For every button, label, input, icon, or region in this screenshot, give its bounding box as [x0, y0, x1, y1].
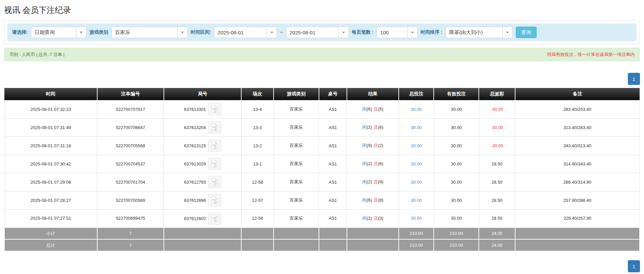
cell-payout: 28.50 — [479, 173, 515, 191]
date-range-tilde: ~ — [280, 30, 283, 35]
video-replay-button[interactable] — [208, 103, 221, 115]
sort-order-caret[interactable] — [502, 27, 512, 38]
cell-round-no: 637612696 — [164, 191, 241, 209]
video-replay-button[interactable] — [208, 158, 221, 170]
result-banker-label: 庄 — [374, 143, 378, 148]
payout-value: -30.00 — [491, 107, 503, 112]
page-size-select[interactable]: 100 — [377, 27, 418, 38]
film-file-icon — [211, 105, 218, 113]
cell-session: 13-2 — [241, 136, 274, 155]
search-button[interactable]: 查询 — [516, 27, 537, 38]
video-replay-button[interactable] — [208, 140, 221, 152]
table-row: 2025-08-01 07:31:18 522700705568 6376131… — [4, 136, 640, 155]
total-bet-link[interactable]: 30.00 — [411, 161, 422, 166]
round-no-value: 637612696 — [184, 198, 206, 203]
header-total-bet: 总投注 — [399, 88, 434, 100]
payout-value: -30.00 — [491, 125, 503, 130]
date-from-value: 2025-08-01 — [214, 30, 266, 35]
chevron-down-icon — [506, 32, 509, 33]
total-bet-link[interactable]: 30.00 — [411, 216, 422, 221]
result-banker-score: (6) — [378, 161, 384, 166]
cell-time: 2025-08-01 07:31:49 — [4, 118, 97, 136]
cell-table-no: AS1 — [319, 136, 347, 155]
result-banker-label: 庄 — [374, 179, 378, 184]
video-replay-button[interactable] — [208, 176, 221, 188]
date-to-value: 2025-08-01 — [286, 30, 338, 35]
game-type-label: 游戏类别 — [90, 29, 108, 35]
date-from-picker[interactable]: 2025-08-01 — [214, 27, 277, 38]
total-bet-link[interactable]: 30.00 — [411, 125, 422, 130]
cell-session: 13-3 — [241, 118, 274, 136]
film-file-icon — [211, 160, 218, 168]
query-type-caret[interactable] — [76, 27, 86, 38]
cell-remark: 343.40/313.40 — [515, 136, 640, 155]
total-bet-link[interactable]: 30.00 — [411, 143, 422, 148]
date-to-picker[interactable]: 2025-08-01 — [286, 27, 349, 38]
cell-remark: 314.90/343.40 — [515, 155, 640, 173]
date-to-caret[interactable] — [338, 27, 349, 38]
cell-remark: 313.40/283.40 — [515, 118, 640, 136]
cell-total-bet: 30.00 — [399, 136, 434, 155]
film-file-icon — [211, 142, 218, 150]
header-row: 时间 注单编号 局号 场次 游戏类别 桌号 结果 总投注 有效投注 总派彩 备注 — [4, 88, 640, 100]
cell-valid-bet: 30.00 — [434, 155, 479, 173]
cell-valid-bet: 30.00 — [434, 173, 479, 191]
date-from-caret[interactable] — [266, 27, 277, 38]
sort-order-value: 降幂(由大到小) — [446, 29, 502, 36]
result-banker-score: (6) — [378, 125, 384, 130]
grand-total-empty — [515, 239, 640, 251]
chevron-down-icon — [342, 32, 345, 33]
video-replay-button[interactable] — [208, 212, 221, 224]
header-remark: 备注 — [515, 88, 640, 100]
page-1-button[interactable]: 1 — [628, 73, 640, 85]
cell-payout: 28.50 — [479, 155, 515, 173]
cell-bet-no: 522700707917 — [97, 100, 164, 118]
game-type-caret[interactable] — [177, 27, 187, 38]
film-file-icon — [211, 214, 218, 222]
page-title: 视讯 会员下注纪录 — [4, 5, 640, 16]
header-result: 结果 — [347, 88, 399, 100]
result-player-label: 闲 — [362, 106, 367, 112]
result-player-label: 闲 — [362, 143, 367, 148]
header-payout: 总派彩 — [479, 88, 515, 100]
cell-total-bet: 30.00 — [399, 173, 434, 191]
cell-result: 闲(2)庄(6) — [347, 155, 399, 173]
game-type-select[interactable]: 百家乐 — [111, 27, 188, 38]
pagination-top: 1 — [4, 73, 640, 85]
page-container: 视讯 会员下注纪录 请选择: 日期查询 游戏类别 百家乐 时间区间: 2025-… — [0, 0, 644, 274]
total-bet-link[interactable]: 30.00 — [411, 198, 422, 203]
result-banker-label: 庄 — [374, 125, 378, 130]
page-1-button[interactable]: 1 — [628, 260, 640, 272]
grand-total-empty — [319, 239, 347, 251]
video-replay-button[interactable] — [208, 121, 221, 133]
query-type-label: 请选择: — [12, 29, 28, 35]
chevron-down-icon — [80, 32, 82, 33]
cell-valid-bet: 30.00 — [434, 136, 479, 155]
total-bet-link[interactable]: 30.00 — [411, 107, 422, 112]
cell-game-type: 百家乐 — [274, 118, 319, 136]
chevron-down-icon — [181, 32, 184, 33]
result-banker-label: 庄 — [374, 216, 378, 221]
cell-table-no: AS1 — [319, 191, 347, 209]
table-row: 2025-08-01 07:32:23 522700707917 6376133… — [4, 100, 640, 118]
cell-game-type: 百家乐 — [274, 100, 319, 118]
pagination-bottom: 1 — [4, 260, 640, 272]
result-player-score: (6) — [367, 197, 372, 203]
page-size-caret[interactable] — [407, 27, 417, 38]
result-player-score: (2) — [367, 125, 372, 130]
table-row: 2025-08-01 07:31:49 522700706647 6376132… — [4, 118, 640, 136]
cell-time: 2025-08-01 07:27:51 — [4, 209, 97, 227]
header-table-no: 桌号 — [319, 88, 347, 100]
query-type-select[interactable]: 日期查询 — [31, 27, 86, 38]
cell-session: 12-57 — [241, 191, 274, 209]
total-bet-link[interactable]: 30.00 — [411, 180, 422, 185]
sort-order-select[interactable]: 降幂(由大到小) — [445, 27, 513, 38]
payout-value: 28.50 — [492, 198, 503, 203]
sort-order-label: 时间排序 : — [421, 29, 442, 35]
page-size-value: 100 — [377, 30, 407, 35]
cell-table-no: AS1 — [319, 173, 347, 191]
video-replay-button[interactable] — [208, 194, 221, 206]
payout-value: -30.00 — [491, 143, 503, 148]
cell-total-bet: 30.00 — [399, 209, 434, 227]
cell-round-no: 637613125 — [164, 136, 241, 155]
